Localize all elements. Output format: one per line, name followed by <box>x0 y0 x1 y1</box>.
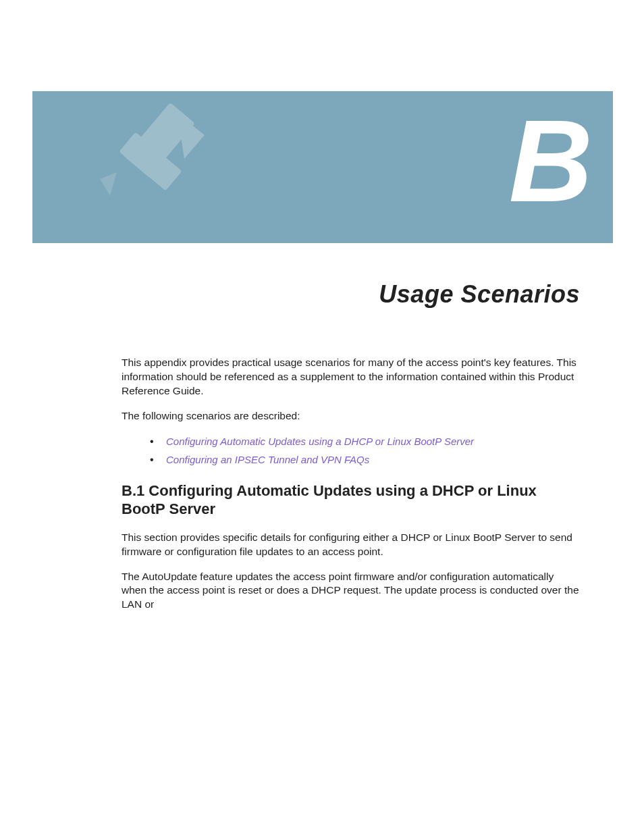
scenarios-lead: The following scenarios are described: <box>122 409 580 423</box>
page-title: Usage Scenarios <box>0 280 580 309</box>
section-b1-para1: This section provides specific details f… <box>122 531 580 559</box>
scenario-links-list: Configuring Automatic Updates using a DH… <box>150 434 580 467</box>
intro-paragraph: This appendix provides practical usage s… <box>122 356 580 398</box>
content-area: This appendix provides practical usage s… <box>122 356 580 612</box>
link-configuring-ipsec-tunnel[interactable]: Configuring an IPSEC Tunnel and VPN FAQs <box>166 454 369 465</box>
section-b1-heading: B.1 Configuring Automatic Updates using … <box>122 481 580 519</box>
svg-marker-3 <box>100 172 117 196</box>
list-item: Configuring Automatic Updates using a DH… <box>150 434 580 448</box>
appendix-banner: B <box>32 91 613 243</box>
section-b1-para2: The AutoUpdate feature updates the acces… <box>122 570 580 613</box>
banner-decorative-graphic <box>80 91 235 230</box>
appendix-letter: B <box>509 103 593 219</box>
list-item: Configuring an IPSEC Tunnel and VPN FAQs <box>150 452 580 467</box>
link-configuring-automatic-updates[interactable]: Configuring Automatic Updates using a DH… <box>166 436 474 447</box>
